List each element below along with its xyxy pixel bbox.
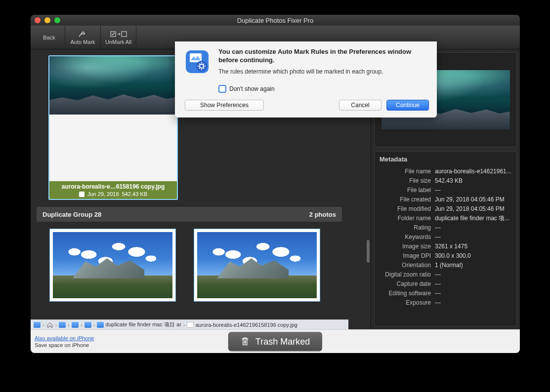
- scrollbar-handle[interactable]: [367, 240, 370, 263]
- folder-icon: [97, 322, 104, 328]
- trash-marked-button[interactable]: Trash Marked: [228, 332, 322, 351]
- metadata-row: File nameaurora-borealis-e14621961...: [380, 167, 511, 176]
- titlebar: Duplicate Photos Fixer Pro: [31, 15, 520, 26]
- minimize-icon[interactable]: [44, 17, 50, 23]
- bc-folder[interactable]: [85, 322, 91, 328]
- metadata-key: Image size: [380, 242, 435, 251]
- unmarkall-button[interactable]: UnMark All: [101, 26, 136, 49]
- folder-icon: [59, 322, 66, 328]
- metadata-row: Image size3261 x 1475: [380, 242, 511, 251]
- metadata-key: Digital zoom ratio: [380, 270, 435, 279]
- metadata-panel: Metadata File nameaurora-borealis-e14621…: [374, 151, 517, 326]
- metadata-key: Editing software: [380, 289, 435, 298]
- show-preferences-button[interactable]: Show Preferences: [185, 100, 264, 111]
- thumbnail-image: [53, 232, 172, 298]
- maximize-icon[interactable]: [54, 17, 60, 23]
- continue-button[interactable]: Continue: [386, 100, 429, 111]
- metadata-key: Folder name: [380, 214, 435, 223]
- metadata-row: File createdJun 29, 2018 04:05:46 PM: [380, 195, 511, 204]
- window-title: Duplicate Photos Fixer Pro: [31, 17, 520, 24]
- footer-links: Also available on iPhone Save space on i…: [31, 335, 94, 349]
- metadata-row: Exposure---: [380, 298, 511, 308]
- photo-caption: aurora-borealis-e…6158196 copy.jpg Jun 2…: [49, 181, 177, 199]
- unmark-icon: [110, 30, 127, 38]
- iphone-subtext: Save space on iPhone: [35, 342, 89, 348]
- thumbnail-image: [197, 232, 317, 298]
- metadata-value: Jun 29, 2018 04:05:46 PM: [435, 195, 511, 204]
- metadata-row: Capture date---: [380, 279, 511, 289]
- metadata-header: Metadata: [380, 156, 511, 163]
- automark-button[interactable]: Auto Mark: [65, 26, 101, 49]
- drive-icon: [34, 322, 41, 328]
- chevron-right-icon: ›: [93, 322, 95, 328]
- continue-label: Continue: [396, 102, 420, 109]
- mark-checkbox[interactable]: [79, 192, 85, 197]
- metadata-key: File label: [380, 186, 435, 195]
- group-header[interactable]: Duplicate Group 28 2 photos: [37, 207, 342, 222]
- metadata-row: Digital zoom ratio---: [380, 270, 511, 279]
- folder-icon: [72, 322, 79, 328]
- metadata-value: aurora-borealis-e14621961...: [435, 167, 511, 176]
- traffic-lights: [35, 17, 60, 23]
- metadata-value: ---: [435, 233, 511, 242]
- metadata-value: ---: [435, 289, 511, 298]
- cancel-button[interactable]: Cancel: [339, 100, 381, 111]
- svg-rect-3: [190, 53, 202, 62]
- bc-folder[interactable]: [59, 322, 66, 328]
- chevron-right-icon: ›: [81, 322, 83, 328]
- metadata-key: File name: [380, 167, 435, 176]
- back-button[interactable]: Back: [34, 26, 65, 49]
- thumbnail-2[interactable]: [194, 229, 320, 302]
- show-preferences-label: Show Preferences: [200, 102, 249, 109]
- bc-root[interactable]: [34, 322, 41, 328]
- close-icon[interactable]: [35, 17, 41, 23]
- photo-filename: aurora-borealis-e…6158196 copy.jpg: [50, 183, 176, 190]
- metadata-key: File created: [380, 195, 435, 204]
- metadata-value: ---: [435, 270, 511, 279]
- cancel-label: Cancel: [351, 102, 369, 109]
- home-icon: [46, 322, 53, 328]
- photo-thumbnail: [49, 56, 177, 115]
- selected-photo-card[interactable]: aurora-borealis-e…6158196 copy.jpg Jun 2…: [48, 55, 178, 200]
- metadata-row: Editing software---: [380, 289, 511, 298]
- metadata-key: Orientation: [380, 261, 435, 270]
- metadata-value: Jun 29, 2018 04:05:46 PM: [435, 204, 511, 214]
- metadata-row: Orientation1 (Normal): [380, 261, 511, 270]
- bc-home[interactable]: [46, 322, 53, 328]
- metadata-row: Rating---: [380, 223, 511, 233]
- unmarkall-label: UnMark All: [105, 39, 131, 45]
- chevron-right-icon: ›: [68, 322, 70, 328]
- dont-show-label: Don't show again: [229, 85, 275, 92]
- bc-folder-named[interactable]: duplicate file finder mac 项目 ar: [97, 321, 181, 328]
- photo-blank-area: [49, 115, 177, 181]
- svg-rect-1: [122, 32, 127, 37]
- metadata-value: 542.43 KB: [435, 176, 511, 186]
- metadata-value: ---: [435, 298, 511, 308]
- metadata-row: File label---: [380, 186, 511, 195]
- dont-show-checkbox[interactable]: [218, 85, 226, 93]
- bc-file-label: aurora-borealis-e1462196158196 copy.jpg: [195, 322, 297, 328]
- metadata-value: ---: [435, 279, 511, 289]
- thumbnail-1[interactable]: [49, 229, 176, 302]
- metadata-value: ---: [435, 223, 511, 233]
- metadata-value: 300.0 x 300.0: [435, 251, 511, 261]
- back-label: Back: [43, 35, 55, 40]
- trash-label: Trash Marked: [255, 336, 310, 347]
- iphone-link[interactable]: Also available on iPhone: [35, 335, 94, 341]
- footer: Also available on iPhone Save space on i…: [31, 329, 520, 353]
- metadata-key: Keywords: [380, 233, 435, 242]
- group-thumbnails: [49, 229, 367, 302]
- bc-folder[interactable]: [72, 322, 79, 328]
- dialog-title: You can customize Auto Mark Rules in the…: [218, 47, 429, 64]
- metadata-row: Folder nameduplicate file finder mac 项..…: [380, 214, 511, 223]
- group-count: 2 photos: [309, 211, 336, 218]
- metadata-row: File size542.43 KB: [380, 176, 511, 186]
- chevron-right-icon: ›: [55, 322, 57, 328]
- dont-show-row: Don't show again: [218, 85, 429, 93]
- metadata-key: Capture date: [380, 279, 435, 289]
- automark-label: Auto Mark: [70, 39, 95, 45]
- photo-date: Jun 29, 2018: [87, 191, 119, 197]
- metadata-key: Image DPI: [380, 251, 435, 261]
- bc-file[interactable]: aurora-borealis-e1462196158196 copy.jpg: [187, 322, 297, 328]
- photo-size: 542.43 KB: [122, 191, 147, 197]
